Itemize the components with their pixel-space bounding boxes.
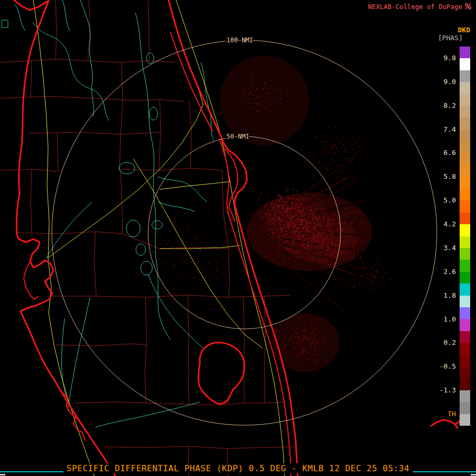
color-scale-segment bbox=[460, 70, 470, 82]
corner-mark-right bbox=[471, 474, 476, 475]
color-scale-segment bbox=[460, 224, 470, 236]
color-scale-segment bbox=[460, 94, 470, 106]
color-scale-segment bbox=[460, 117, 470, 129]
product-units: [PHAS] bbox=[438, 34, 463, 42]
echo-speckles bbox=[299, 127, 378, 183]
color-scale-segment bbox=[460, 260, 470, 271]
color-scale-segment bbox=[460, 213, 470, 224]
color-scale-segment bbox=[460, 355, 470, 367]
cod-logo-icon bbox=[464, 3, 472, 10]
color-scale-segment bbox=[460, 236, 470, 248]
color-scale-segment bbox=[460, 58, 470, 70]
range-ring-label: 100 NMI bbox=[226, 36, 253, 44]
color-scale-segment bbox=[460, 367, 470, 378]
color-scale-segment bbox=[460, 47, 470, 58]
color-scale-segment bbox=[460, 296, 470, 307]
color-scale-segment bbox=[460, 343, 470, 354]
echo-speckles bbox=[112, 173, 261, 345]
product-title: SPECIFIC DIFFERENTIAL PHASE (KDP) 0.5 DE… bbox=[63, 463, 413, 473]
color-scale bbox=[460, 47, 470, 426]
color-scale-segment bbox=[460, 248, 470, 260]
color-scale-segment bbox=[460, 165, 470, 177]
color-scale-segment bbox=[460, 402, 470, 414]
color-scale-segment bbox=[460, 200, 470, 212]
color-scale-segment bbox=[460, 82, 470, 94]
color-scale-segment bbox=[460, 414, 470, 426]
radar-display: 50 NMI100 NMI NEXLAB-College of DuPage D… bbox=[0, 0, 476, 476]
color-scale-segment bbox=[460, 307, 470, 319]
color-scale-segment bbox=[460, 319, 470, 331]
radar-map[interactable]: 50 NMI100 NMI bbox=[0, 0, 476, 476]
color-scale-segment bbox=[460, 106, 470, 117]
echo-speckles bbox=[349, 258, 397, 295]
product-code: DKD bbox=[458, 26, 470, 34]
color-scale-segment bbox=[460, 141, 470, 153]
color-scale-segment bbox=[460, 189, 470, 200]
color-scale-segment bbox=[460, 177, 470, 188]
range-ring-label: 50 NMI bbox=[226, 133, 249, 140]
color-scale-segment bbox=[460, 331, 470, 343]
color-scale-segment bbox=[460, 283, 470, 295]
color-scale-segment bbox=[460, 378, 470, 390]
corner-mark-left bbox=[0, 474, 5, 475]
color-scale-segment bbox=[460, 390, 470, 402]
color-scale-segment bbox=[460, 153, 470, 165]
credit-label: NEXLAB-College of DuPage bbox=[368, 3, 462, 11]
color-scale-segment bbox=[460, 130, 470, 141]
credit-text: NEXLAB-College of DuPage bbox=[368, 3, 462, 11]
color-scale-segment bbox=[460, 272, 470, 283]
